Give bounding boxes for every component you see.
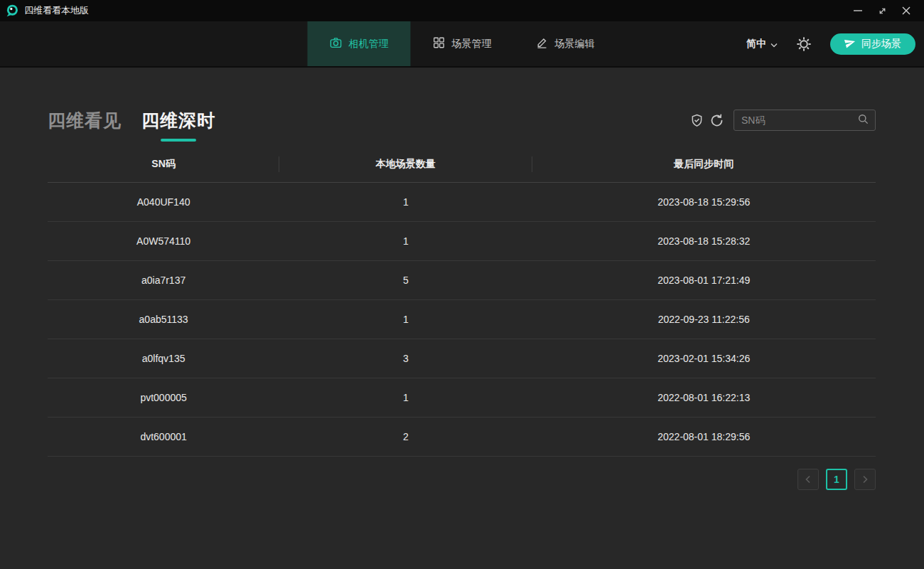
scenes-grid-icon (433, 36, 446, 51)
close-button[interactable] (894, 0, 918, 21)
cell-time: 2022-08-01 16:22:13 (532, 392, 876, 403)
cell-time: 2023-08-01 17:21:49 (532, 275, 876, 286)
cell-time: 2023-08-18 15:28:32 (532, 235, 876, 247)
nav-tab-label: 场景管理 (452, 38, 492, 50)
cell-count: 1 (279, 314, 532, 325)
cell-count: 1 (279, 196, 532, 208)
sn-table: SN码 本地场景数量 最后同步时间 A040UF140 1 2023-08-18… (48, 146, 876, 457)
sync-scene-button[interactable]: 同步场景 (830, 33, 915, 55)
cell-time: 2022-08-01 18:29:56 (532, 431, 876, 442)
paper-plane-icon (844, 37, 856, 50)
cell-sn: A040UF140 (48, 196, 279, 208)
cell-sn: a0lfqv135 (48, 353, 279, 364)
refresh-icon[interactable] (707, 110, 726, 130)
table-row: pvt000005 1 2022-08-01 16:22:13 (48, 378, 876, 418)
tab-siwei-shenshi[interactable]: 四维深时 (141, 109, 215, 132)
search-icon[interactable] (857, 113, 869, 128)
cell-sn: dvt600001 (48, 431, 279, 442)
pagination-prev-button[interactable] (797, 469, 819, 490)
main-content: 四维看见 四维深时 (0, 68, 924, 569)
cell-time: 2022-09-23 11:22:56 (532, 314, 876, 325)
table-row: a0ia7r137 5 2023-08-01 17:21:49 (48, 261, 876, 300)
nav-tab-label: 场景编辑 (555, 38, 595, 50)
maximize-button[interactable] (870, 0, 894, 21)
chevron-down-icon (770, 38, 778, 50)
cell-sn: A0W574110 (48, 235, 279, 247)
toolbar-right (687, 110, 876, 131)
app-logo-icon (5, 4, 19, 18)
tab-siwei-kanjian[interactable]: 四维看见 (48, 109, 122, 132)
settings-gear-icon[interactable] (796, 36, 812, 52)
search-input[interactable] (741, 115, 857, 126)
column-header-last-sync: 最后同步时间 (532, 158, 876, 171)
content-toolbar: 四维看见 四维深时 (48, 105, 876, 136)
shield-check-icon[interactable] (687, 110, 707, 130)
cell-sn: pvt000005 (48, 392, 279, 403)
window-title: 四维看看本地版 (24, 4, 89, 17)
cell-count: 1 (279, 235, 532, 247)
cell-count: 5 (279, 275, 532, 286)
search-box (734, 110, 876, 131)
cell-sn: a0ia7r137 (48, 275, 279, 286)
nav-tab-label: 相机管理 (349, 38, 389, 50)
cell-time: 2023-08-18 15:29:56 (532, 196, 876, 208)
pagination: 1 (48, 469, 876, 490)
pagination-next-button[interactable] (854, 469, 876, 490)
table-row: a0ab51133 1 2022-09-23 11:22:56 (48, 300, 876, 339)
cell-sn: a0ab51133 (48, 314, 279, 325)
edit-pencil-icon (536, 36, 549, 51)
nav-right-group: 简中 (746, 21, 915, 66)
nav-tab-camera-management[interactable]: 相机管理 (308, 21, 411, 66)
table-row: dvt600001 2 2022-08-01 18:29:56 (48, 418, 876, 457)
nav-bar: 相机管理 场景管理 (0, 21, 924, 68)
table-row: A040UF140 1 2023-08-18 15:29:56 (48, 183, 876, 222)
pagination-page-1[interactable]: 1 (826, 469, 847, 490)
nav-tab-scene-editing[interactable]: 场景编辑 (514, 21, 617, 66)
cell-time: 2023-02-01 15:34:26 (532, 353, 876, 364)
language-dropdown[interactable]: 简中 (746, 38, 778, 50)
sync-button-label: 同步场景 (861, 38, 901, 50)
camera-icon (330, 36, 343, 51)
cell-count: 3 (279, 353, 532, 364)
nav-tabs: 相机管理 场景管理 (308, 21, 617, 66)
minimize-button[interactable] (846, 0, 870, 21)
page-tabs: 四维看见 四维深时 (48, 109, 215, 132)
app-window: 四维看看本地版 (0, 0, 924, 569)
table-row: a0lfqv135 3 2023-02-01 15:34:26 (48, 339, 876, 378)
cell-count: 1 (279, 392, 532, 403)
title-bar: 四维看看本地版 (0, 0, 924, 21)
column-header-sn: SN码 (48, 158, 279, 171)
cell-count: 2 (279, 431, 532, 442)
nav-tab-scene-management[interactable]: 场景管理 (411, 21, 514, 66)
table-header: SN码 本地场景数量 最后同步时间 (48, 146, 876, 183)
language-label: 简中 (746, 38, 766, 50)
table-row: A0W574110 1 2023-08-18 15:28:32 (48, 222, 876, 261)
column-header-scene-count: 本地场景数量 (279, 158, 532, 171)
